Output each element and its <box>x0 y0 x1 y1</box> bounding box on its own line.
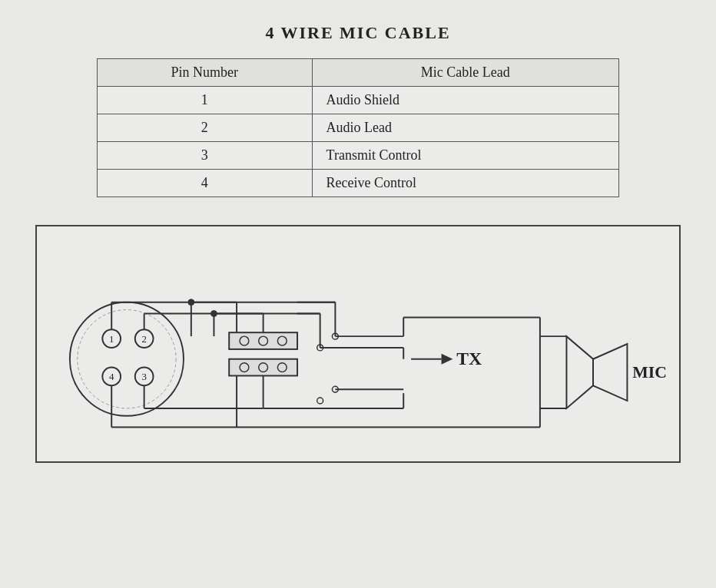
svg-point-0 <box>70 302 184 416</box>
wiring-diagram: 1 2 3 4 <box>35 225 681 463</box>
table-row: 3Transmit Control <box>98 142 619 170</box>
svg-marker-56 <box>593 344 627 401</box>
table-row: 4Receive Control <box>98 170 619 197</box>
lead-name-cell: Audio Lead <box>312 114 618 142</box>
table-row: 2Audio Lead <box>98 114 619 142</box>
svg-text:3: 3 <box>141 372 146 382</box>
svg-text:TX: TX <box>456 349 482 368</box>
svg-text:4: 4 <box>109 372 114 382</box>
svg-marker-49 <box>442 354 453 365</box>
pin-number-cell: 4 <box>98 170 313 197</box>
svg-text:2: 2 <box>141 334 146 345</box>
pin-number-cell: 1 <box>98 87 313 114</box>
pin-number-cell: 2 <box>98 114 313 142</box>
svg-text:MIC: MIC <box>632 363 667 382</box>
lead-name-cell: Receive Control <box>312 170 618 197</box>
table-row: 1Audio Shield <box>98 87 619 114</box>
page-title: 4 WIRE MIC CABLE <box>265 23 450 43</box>
svg-point-41 <box>317 398 323 404</box>
lead-name-cell: Transmit Control <box>312 142 618 170</box>
svg-point-1 <box>78 310 176 408</box>
col-header-lead: Mic Cable Lead <box>312 59 618 87</box>
svg-marker-55 <box>566 336 593 408</box>
svg-text:1: 1 <box>109 334 114 345</box>
cable-table: Pin Number Mic Cable Lead 1Audio Shield2… <box>97 58 619 197</box>
col-header-pin: Pin Number <box>98 59 313 87</box>
pin-number-cell: 3 <box>98 142 313 170</box>
lead-name-cell: Audio Shield <box>312 87 618 114</box>
